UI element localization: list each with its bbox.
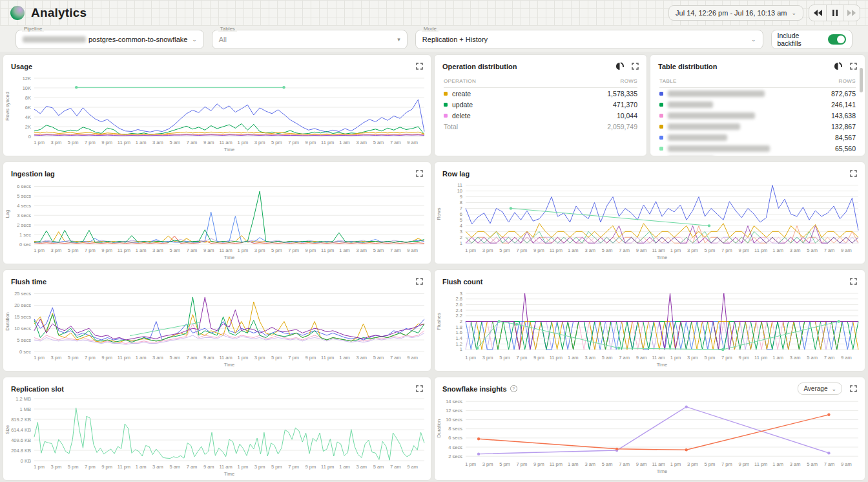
expand-icon[interactable] xyxy=(850,385,857,392)
svg-text:6 secs: 6 secs xyxy=(17,183,31,189)
svg-text:3 pm: 3 pm xyxy=(687,247,698,253)
svg-text:5 am: 5 am xyxy=(373,247,384,253)
svg-text:9 pm: 9 pm xyxy=(101,355,112,361)
svg-text:Flushes: Flushes xyxy=(436,313,442,330)
help-icon[interactable]: ? xyxy=(510,385,517,392)
fast-forward-button[interactable] xyxy=(843,5,860,21)
ingestion-lag-chart[interactable]: 0 sec1 sec2 secs3 secs4 secs5 secs6 secs… xyxy=(3,179,431,261)
date-range-text: Jul 14, 12:26 pm - Jul 16, 10:13 am xyxy=(676,9,787,17)
svg-text:11 pm: 11 pm xyxy=(550,355,563,361)
svg-text:5 pm: 5 pm xyxy=(499,355,510,361)
expand-icon[interactable] xyxy=(416,63,423,70)
svg-text:9 pm: 9 pm xyxy=(305,355,316,361)
svg-text:3 am: 3 am xyxy=(152,464,163,470)
playback-controls xyxy=(809,5,860,21)
svg-text:1: 1 xyxy=(460,240,462,246)
date-range-picker[interactable]: Jul 14, 12:26 pm - Jul 16, 10:13 am ⌄ xyxy=(668,5,803,21)
svg-text:9 am: 9 am xyxy=(841,247,852,253)
row-value: 246,141 xyxy=(831,101,856,109)
chevron-down-icon: ⌄ xyxy=(751,36,756,43)
row-lag-chart[interactable]: 12345678910111 pm3 pm5 pm7 pm9 pm11 pm1 … xyxy=(435,179,865,261)
svg-text:7 pm: 7 pm xyxy=(517,247,528,253)
svg-text:5 am: 5 am xyxy=(373,140,384,145)
svg-text:6K: 6K xyxy=(25,105,31,110)
svg-text:409.6 KB: 409.6 KB xyxy=(11,437,31,443)
row-name: create xyxy=(452,90,471,98)
svg-text:5 pm: 5 pm xyxy=(271,140,282,145)
pipeline-select[interactable]: Pipeline postgres-common-to-snowflake ⌄ xyxy=(16,30,204,49)
scrollbar[interactable] xyxy=(860,68,863,92)
svg-text:819.2 KB: 819.2 KB xyxy=(11,417,31,423)
svg-text:7 am: 7 am xyxy=(187,355,198,361)
operation-distribution-card: Operation distribution OPERATION ROWS cr… xyxy=(434,54,647,156)
table-distribution-card: Table distribution TABLE ROWS 872,675 xyxy=(650,54,865,156)
snowflake-insights-chart[interactable]: 2 secs4 secs6 secs8 secs10 secs12 secs14… xyxy=(435,394,865,475)
expand-icon[interactable] xyxy=(632,63,639,70)
mode-label: Mode xyxy=(422,26,439,32)
aggregate-value: Average xyxy=(803,385,827,392)
svg-text:5 pm: 5 pm xyxy=(705,355,716,361)
pie-chart-icon[interactable] xyxy=(615,62,624,70)
svg-text:3 secs: 3 secs xyxy=(17,213,31,218)
pause-icon xyxy=(832,10,838,16)
svg-text:7 pm: 7 pm xyxy=(721,247,732,253)
svg-text:9 am: 9 am xyxy=(203,140,214,145)
svg-text:7 pm: 7 pm xyxy=(721,355,732,361)
toggle-knob xyxy=(837,36,845,43)
svg-text:3 am: 3 am xyxy=(356,247,367,253)
svg-text:9 am: 9 am xyxy=(636,247,647,253)
svg-text:3 pm: 3 pm xyxy=(254,140,265,145)
series-swatch xyxy=(444,92,448,96)
svg-text:2 secs: 2 secs xyxy=(17,222,31,228)
flush-time-chart[interactable]: 0 sec5 secs10 secs15 secs20 secs25 secs1… xyxy=(3,287,431,368)
svg-text:1 am: 1 am xyxy=(568,461,579,467)
svg-text:4 secs: 4 secs xyxy=(448,445,462,450)
expand-icon[interactable] xyxy=(416,278,423,285)
svg-text:3 am: 3 am xyxy=(356,464,367,470)
rewind-button[interactable] xyxy=(809,5,826,21)
expand-icon[interactable] xyxy=(416,170,423,177)
expand-icon[interactable] xyxy=(416,385,423,392)
svg-text:5 pm: 5 pm xyxy=(271,355,282,361)
series-swatch xyxy=(659,147,663,151)
svg-text:7 pm: 7 pm xyxy=(517,355,528,361)
svg-text:3 pm: 3 pm xyxy=(254,247,265,253)
top-header: Analytics Jul 14, 12:26 pm - Jul 16, 10:… xyxy=(0,0,868,26)
svg-text:1 pm: 1 pm xyxy=(670,247,681,253)
svg-text:5 pm: 5 pm xyxy=(271,247,282,253)
usage-chart[interactable]: 02K4K6K8K10K12K1 pm3 pm5 pm7 pm9 pm11 pm… xyxy=(3,72,431,153)
row-value: 65,073 xyxy=(835,156,856,157)
tables-select[interactable]: Tables All ▾ xyxy=(212,30,408,49)
svg-text:3 am: 3 am xyxy=(152,247,163,253)
svg-text:11 am: 11 am xyxy=(219,464,232,470)
svg-text:5 am: 5 am xyxy=(807,461,818,467)
expand-icon[interactable] xyxy=(850,170,857,177)
series-swatch xyxy=(444,114,448,118)
svg-text:Time: Time xyxy=(224,362,234,368)
redacted-table-name xyxy=(668,101,713,108)
expand-icon[interactable] xyxy=(850,278,857,285)
svg-text:9 pm: 9 pm xyxy=(738,461,749,467)
svg-text:11 am: 11 am xyxy=(219,355,232,361)
row-lag-title: Row lag xyxy=(442,170,470,178)
table-row: 246,141 xyxy=(659,99,856,110)
expand-icon[interactable] xyxy=(850,63,857,70)
replication-slot-chart[interactable]: 0 KB204.8 KB409.6 KB614.4 KB819.2 KB1 MB… xyxy=(3,394,431,477)
pie-chart-icon[interactable] xyxy=(834,62,842,70)
svg-text:Size: Size xyxy=(5,425,10,435)
aggregate-select[interactable]: Average ⌄ xyxy=(798,382,842,395)
svg-text:7 am: 7 am xyxy=(187,464,198,470)
flush-count-chart[interactable]: 11.21.41.61.822.22.42.62.831 pm3 pm5 pm7… xyxy=(435,287,865,368)
svg-text:7 pm: 7 pm xyxy=(517,461,528,467)
mode-select[interactable]: Mode Replication + History ⌄ xyxy=(415,30,763,49)
svg-text:0 sec: 0 sec xyxy=(19,349,31,355)
row-value: 84,567 xyxy=(835,134,856,141)
svg-text:3 pm: 3 pm xyxy=(50,355,61,361)
include-backfills-toggle[interactable] xyxy=(828,34,846,45)
svg-text:8: 8 xyxy=(460,200,462,205)
svg-text:10K: 10K xyxy=(23,85,31,91)
pause-button[interactable] xyxy=(826,5,843,21)
svg-text:1 sec: 1 sec xyxy=(19,232,31,238)
svg-text:6: 6 xyxy=(460,211,462,217)
svg-text:1 pm: 1 pm xyxy=(465,461,476,467)
